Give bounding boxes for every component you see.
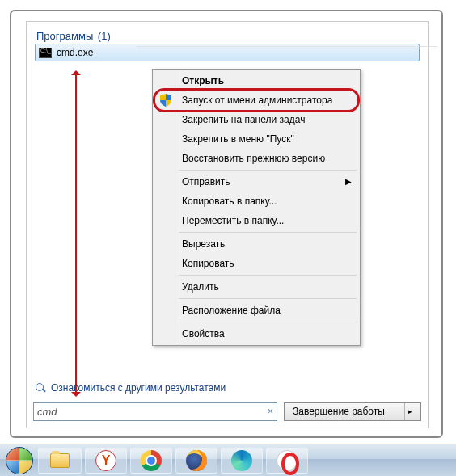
submenu-arrow-icon: ▶ (345, 177, 352, 186)
menu-restore[interactable]: Восстановить прежнюю версию (154, 149, 358, 168)
menu-pin-start[interactable]: Закрепить в меню "Пуск" (154, 129, 358, 149)
menu-separator (179, 322, 357, 322)
start-button[interactable] (3, 444, 36, 477)
search-input[interactable]: cmd × (33, 402, 277, 421)
menu-run-as-admin[interactable]: Запуск от имени администратора (154, 91, 358, 110)
uac-shield-icon (160, 94, 171, 107)
chrome-icon (141, 450, 162, 471)
see-more-results-link[interactable]: Ознакомиться с другими результатами (35, 382, 226, 394)
menu-separator (179, 232, 357, 233)
search-icon (35, 382, 46, 394)
menu-cut[interactable]: Вырезать (154, 234, 358, 254)
group-count: (1) (98, 30, 111, 42)
search-value: cmd (37, 406, 57, 418)
start-menu-window: Программы (1) cmd.exe Открыть З (10, 10, 443, 438)
clear-search-icon[interactable]: × (267, 405, 273, 417)
shutdown-button[interactable]: Завершение работы ▸ (284, 402, 421, 421)
taskbar-edge[interactable] (221, 448, 263, 474)
annotation-arrow (75, 72, 77, 395)
menu-send-to[interactable]: Отправить ▶ (154, 172, 358, 192)
menu-copy[interactable]: Копировать (154, 254, 358, 273)
edge-icon (231, 450, 252, 471)
folder-icon (50, 453, 70, 468)
menu-properties[interactable]: Свойства (154, 324, 358, 343)
menu-separator (179, 298, 357, 299)
menu-move-to[interactable]: Переместить в папку... (154, 211, 358, 230)
search-results-panel: Программы (1) cmd.exe Открыть З (26, 21, 429, 428)
context-menu: Открыть Запуск от имени администратора З… (152, 69, 361, 346)
windows-logo-icon (6, 447, 33, 474)
firefox-icon (186, 450, 207, 471)
result-label: cmd.exe (57, 47, 93, 58)
group-divider (137, 46, 437, 47)
menu-copy-to[interactable]: Копировать в папку... (154, 192, 358, 211)
opera-icon (277, 450, 298, 471)
programs-group-header: Программы (1) (27, 22, 428, 44)
taskbar-explorer[interactable] (38, 448, 82, 474)
shutdown-options-arrow-icon[interactable]: ▸ (404, 403, 416, 420)
bottom-bar: cmd × Завершение работы ▸ (33, 400, 421, 423)
taskbar-chrome[interactable] (130, 448, 172, 474)
menu-delete[interactable]: Удалить (154, 277, 358, 297)
menu-separator (179, 275, 357, 276)
menu-open[interactable]: Открыть (154, 71, 358, 91)
taskbar-yandex[interactable]: Y (85, 448, 127, 474)
taskbar-opera[interactable] (266, 448, 308, 474)
menu-pin-taskbar[interactable]: Закрепить на панели задач (154, 110, 358, 129)
group-title: Программы (36, 30, 93, 42)
menu-location[interactable]: Расположение файла (154, 301, 358, 320)
cmd-icon (39, 48, 52, 58)
yandex-icon: Y (95, 450, 116, 471)
menu-separator (179, 170, 357, 171)
taskbar-firefox[interactable] (175, 448, 217, 474)
taskbar: Y (0, 444, 456, 476)
